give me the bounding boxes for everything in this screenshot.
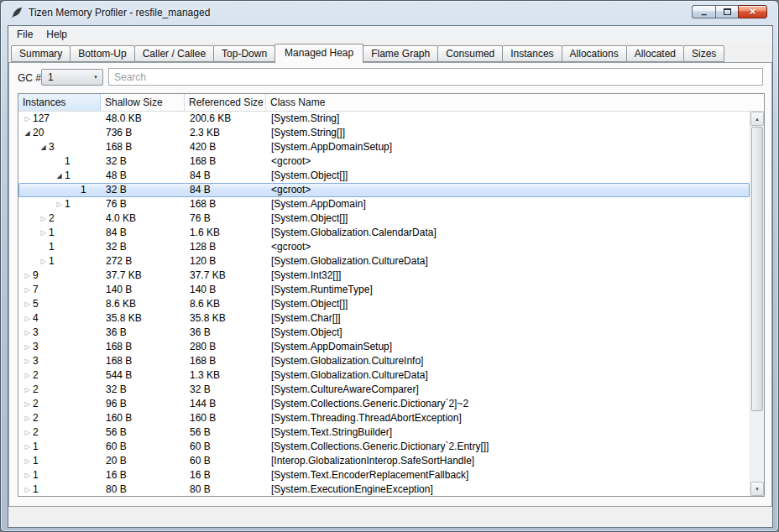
expander-collapsed-icon[interactable]: ▷	[22, 383, 33, 397]
search-input[interactable]	[108, 68, 763, 86]
expander-collapsed-icon[interactable]: ▷	[22, 397, 33, 411]
tab-bottom-up[interactable]: Bottom-Up	[70, 45, 134, 62]
expander-collapsed-icon[interactable]: ▷	[22, 340, 33, 354]
instances-count: 2	[33, 368, 39, 383]
window-title: Tizen Memory Profiler - resfile_managed	[29, 7, 210, 18]
expander-expanded-icon[interactable]: ◢	[22, 126, 33, 140]
instances-count: 3	[49, 140, 55, 154]
menu-item-file[interactable]: File	[10, 27, 39, 43]
instances-count: 1	[65, 154, 71, 169]
table-row[interactable]: ▷937.7 KB37.7 KB[System.Int32[]]	[18, 269, 750, 283]
vertical-scrollbar[interactable]: ▲ ▼	[750, 112, 764, 496]
expander-collapsed-icon[interactable]: ▷	[22, 269, 33, 283]
menubar: FileHelp	[8, 26, 772, 44]
table-row[interactable]: ▷58.6 KB8.6 KB[System.Object[]]	[18, 297, 750, 311]
tab-allocated[interactable]: Allocated	[626, 45, 684, 62]
table-row[interactable]: 132 B168 B<gcroot>	[18, 154, 750, 169]
tab-managed-heap[interactable]: Managed Heap	[274, 44, 363, 63]
class-name-cell: [System.Text.EncoderReplacementFallback]	[266, 468, 750, 482]
table-row[interactable]: ▷3168 B280 B[System.AppDomainSetup]	[18, 340, 750, 354]
table-row[interactable]: ▷7140 B140 B[System.RuntimeType]	[18, 283, 750, 297]
class-name-cell: [System.AppDomainSetup]	[266, 340, 750, 354]
table-row[interactable]: ▷24.0 KB76 B[System.Object[]]	[18, 211, 750, 226]
expander-collapsed-icon[interactable]: ▷	[22, 368, 33, 383]
tab-sizes[interactable]: Sizes	[683, 45, 724, 62]
expander-collapsed-icon[interactable]: ▷	[22, 468, 33, 482]
titlebar[interactable]: Tizen Memory Profiler - resfile_managed …	[1, 1, 778, 25]
table-row[interactable]: ▷296 B144 B[System.Collections.Generic.D…	[18, 397, 750, 411]
instances-cell: ▷1	[18, 440, 101, 454]
table-row[interactable]: ▷256 B56 B[System.Text.StringBuilder]	[18, 425, 750, 440]
table-row[interactable]: ▷1272 B120 B[System.Globalization.Cultur…	[18, 254, 750, 269]
tab-allocations[interactable]: Allocations	[562, 45, 627, 62]
scroll-up-button[interactable]: ▲	[750, 112, 764, 126]
table-row[interactable]: ▷435.8 KB35.8 KB[System.Char[]]	[18, 311, 750, 326]
expander-expanded-icon[interactable]: ◢	[54, 169, 65, 183]
gc-combobox[interactable]: 1 ▼	[41, 69, 103, 86]
table-row[interactable]: ▷160 B60 B[System.Collections.Generic.Di…	[18, 440, 750, 454]
instances-cell: ▷7	[18, 283, 101, 297]
expander-collapsed-icon[interactable]: ▷	[38, 226, 49, 240]
table-row[interactable]: ▷2544 B1.3 KB[System.Globalization.Cultu…	[18, 368, 750, 383]
instances-cell: ▷2	[18, 368, 101, 383]
column-header-shallow-size[interactable]: Shallow Size	[101, 94, 185, 111]
maximize-button[interactable]	[715, 5, 738, 18]
menu-item-help[interactable]: Help	[39, 27, 74, 43]
instances-count: 2	[33, 397, 39, 411]
expander-collapsed-icon[interactable]: ▷	[38, 254, 49, 269]
expander-collapsed-icon[interactable]: ▷	[22, 454, 33, 468]
expander-collapsed-icon[interactable]: ▷	[22, 411, 33, 425]
column-header-class-name[interactable]: Class Name	[266, 94, 764, 111]
table-row[interactable]: ▷3168 B168 B[System.Globalization.Cultur…	[18, 354, 750, 368]
table-row[interactable]: ▷176 B168 B[System.AppDomain]	[18, 197, 750, 211]
tree-indent	[18, 161, 54, 162]
table-row[interactable]: ▷12748.0 KB200.6 KB[System.String]	[18, 112, 750, 126]
table-row[interactable]: 132 B84 B<gcroot>	[18, 183, 750, 197]
close-button[interactable]: ×	[738, 5, 767, 18]
tab-flame-graph[interactable]: Flame Graph	[363, 45, 438, 62]
scrollbar-thumb[interactable]	[751, 127, 763, 411]
expander-collapsed-icon[interactable]: ▷	[38, 211, 49, 226]
table-row[interactable]: ◢20736 B2.3 KB[System.String[]]	[18, 126, 750, 140]
tab-caller-callee[interactable]: Caller / Callee	[134, 45, 214, 62]
class-name-cell: <gcroot>	[266, 154, 750, 169]
table-row[interactable]: ◢148 B84 B[System.Object[]]	[18, 169, 750, 183]
minimize-button[interactable]: –	[692, 5, 715, 18]
expander-collapsed-icon[interactable]: ▷	[22, 482, 33, 496]
instances-cell: ▷1	[18, 482, 101, 496]
table-row[interactable]: ▷120 B60 B[Interop.GlobalizationInterop.…	[18, 454, 750, 468]
table-row[interactable]: 132 B128 B<gcroot>	[18, 240, 750, 254]
scroll-down-button[interactable]: ▼	[750, 482, 764, 496]
tab-consumed[interactable]: Consumed	[437, 45, 503, 62]
table-row[interactable]: ▷180 B80 B[System.ExecutionEngineExcepti…	[18, 482, 750, 496]
expander-collapsed-icon[interactable]: ▷	[22, 354, 33, 368]
table-row[interactable]: ▷184 B1.6 KB[System.Globalization.Calend…	[18, 226, 750, 240]
tab-top-down[interactable]: Top-Down	[213, 45, 275, 62]
column-header-referenced-size[interactable]: Referenced Size	[185, 94, 266, 111]
scrollbar-track[interactable]	[750, 126, 764, 482]
instances-cell: ▷1	[18, 454, 101, 468]
table-row[interactable]: ◢3168 B420 B[System.AppDomainSetup]	[18, 140, 750, 154]
shallow-size-cell: 32 B	[101, 154, 185, 169]
expander-collapsed-icon[interactable]: ▷	[22, 326, 33, 340]
instances-count: 1	[49, 240, 55, 254]
table-row[interactable]: ▷2160 B160 B[System.Threading.ThreadAbor…	[18, 411, 750, 425]
table-row[interactable]: ▷116 B16 B[System.Text.EncoderReplacemen…	[18, 468, 750, 482]
expander-collapsed-icon[interactable]: ▷	[54, 197, 65, 211]
expander-expanded-icon[interactable]: ◢	[38, 140, 49, 154]
table-row[interactable]: ▷232 B32 B[System.CultureAwareComparer]	[18, 383, 750, 397]
instances-cell: ▷1	[18, 468, 101, 482]
expander-collapsed-icon[interactable]: ▷	[22, 297, 33, 311]
expander-collapsed-icon[interactable]: ▷	[22, 112, 33, 126]
expander-collapsed-icon[interactable]: ▷	[22, 440, 33, 454]
instances-count: 5	[33, 297, 39, 311]
instances-cell: ▷1	[18, 254, 101, 269]
expander-collapsed-icon[interactable]: ▷	[22, 425, 33, 440]
table-row[interactable]: ▷336 B36 B[System.Object]	[18, 326, 750, 340]
expander-collapsed-icon[interactable]: ▷	[22, 311, 33, 326]
column-header-instances[interactable]: Instances	[18, 94, 101, 111]
tab-instances[interactable]: Instances	[502, 45, 562, 62]
tree-indent	[18, 232, 38, 233]
expander-collapsed-icon[interactable]: ▷	[22, 283, 33, 297]
tab-summary[interactable]: Summary	[11, 45, 71, 62]
